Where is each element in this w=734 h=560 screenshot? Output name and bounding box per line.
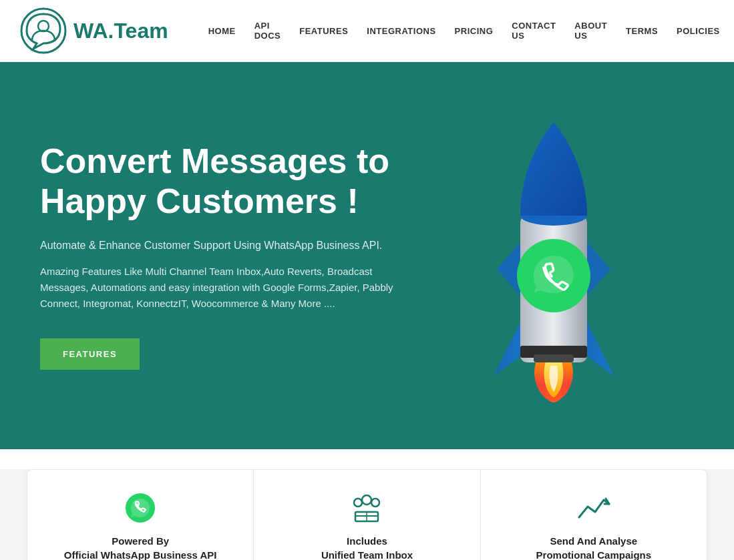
- features-strip-wrapper: Powered By Official WhatsApp Business AP…: [0, 469, 734, 560]
- whatsapp-icon: [122, 490, 158, 526]
- svg-rect-6: [534, 354, 574, 362]
- hero-title: Convert Messages to Happy Customers !: [40, 142, 413, 222]
- analytics-icon: [576, 490, 612, 526]
- hero-features-text: Amazing Features Like Multi Channel Team…: [40, 264, 413, 312]
- feature-1-title: Powered By: [112, 535, 169, 547]
- nav-features[interactable]: FEATURES: [299, 26, 348, 36]
- features-button[interactable]: FEATURES: [40, 338, 140, 370]
- svg-point-10: [362, 495, 371, 505]
- nav-pricing[interactable]: PRICING: [455, 26, 494, 36]
- feature-1-subtitle: Official WhatsApp Business API: [64, 549, 217, 560]
- feature-whatsapp: Powered By Official WhatsApp Business AP…: [27, 470, 254, 560]
- hero-content: Convert Messages to Happy Customers ! Au…: [40, 142, 413, 370]
- feature-3-subtitle: Promotional Campaigns: [536, 549, 652, 560]
- hero-image: [413, 102, 694, 409]
- nav-terms[interactable]: TERMS: [626, 26, 658, 36]
- feature-campaigns: Send And Analyse Promotional Campaigns: [481, 470, 707, 560]
- logo-text: WA.Team: [73, 19, 168, 43]
- hero-section: Convert Messages to Happy Customers ! Au…: [0, 62, 734, 449]
- feature-2-title: Includes: [347, 535, 387, 547]
- logo-link[interactable]: WA.Team: [20, 7, 168, 54]
- features-strip: Powered By Official WhatsApp Business AP…: [27, 469, 707, 560]
- rocket-illustration: [447, 109, 661, 402]
- nav-about[interactable]: ABOUT US: [574, 21, 607, 41]
- svg-point-8: [354, 499, 362, 507]
- nav-policies[interactable]: POLICIES: [677, 26, 720, 36]
- logo-icon: [20, 7, 67, 54]
- header: WA.Team HOME API DOCS FEATURES INTEGRATI…: [0, 0, 734, 62]
- hero-subtitle: Automate & Enhance Customer Support Usin…: [40, 240, 413, 252]
- nav-contact[interactable]: CONTACT US: [512, 21, 556, 41]
- svg-point-9: [371, 499, 379, 507]
- team-inbox-icon: [349, 490, 385, 526]
- nav-integrations[interactable]: INTEGRATIONS: [367, 26, 435, 36]
- main-nav: HOME API DOCS FEATURES INTEGRATIONS PRIC…: [208, 21, 720, 41]
- nav-home[interactable]: HOME: [208, 26, 236, 36]
- feature-team-inbox: Includes Unified Team Inbox: [254, 470, 480, 560]
- nav-api-docs[interactable]: API DOCS: [254, 21, 281, 41]
- feature-3-title: Send And Analyse: [550, 535, 638, 547]
- feature-2-subtitle: Unified Team Inbox: [321, 549, 413, 560]
